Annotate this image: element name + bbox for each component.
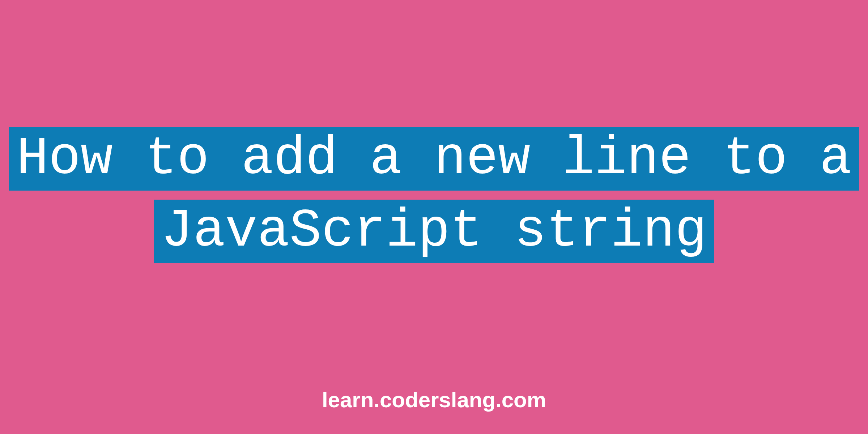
footer-url: learn.coderslang.com <box>0 387 868 412</box>
title-line-1: How to add a new line to a <box>9 127 859 191</box>
title-block: How to add a new line to a JavaScript st… <box>0 123 868 268</box>
title-line-2: JavaScript string <box>154 200 714 263</box>
